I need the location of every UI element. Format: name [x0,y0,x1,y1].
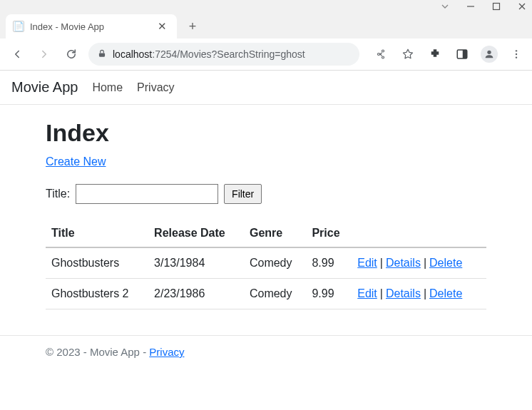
toolbar-right-icons [372,46,525,63]
movies-table: Title Release Date Genre Price Ghostbust… [46,220,486,309]
separator: | [377,257,386,269]
cell-price: 8.99 [306,247,352,279]
tab-title: Index - Movie App [30,21,149,32]
address-bar[interactable]: localhost:7254/Movies?SearchString=ghost [88,43,359,66]
cell-actions: Edit|Details|Delete [352,247,486,279]
window-controls [0,0,532,13]
svg-point-10 [516,56,517,58]
table-header-row: Title Release Date Genre Price [46,220,486,247]
delete-link[interactable]: Delete [429,257,462,269]
forward-button[interactable] [34,44,54,64]
menu-icon[interactable] [508,46,525,63]
svg-rect-6 [463,50,467,58]
side-panel-icon[interactable] [454,46,471,63]
cell-title: Ghostbusters [46,247,148,279]
back-button[interactable] [7,44,27,64]
star-icon[interactable] [399,46,416,63]
minimize-icon[interactable] [466,2,475,11]
cell-genre: Comedy [244,247,306,279]
app-navbar: Movie App Home Privacy [0,71,532,105]
cell-genre: Comedy [244,279,306,309]
nav-link-home[interactable]: Home [92,81,123,94]
close-icon[interactable] [518,2,526,11]
svg-point-9 [516,53,517,55]
separator: | [421,287,429,299]
url-text: localhost:7254/Movies?SearchString=ghost [113,48,305,60]
new-tab-button[interactable]: + [183,16,203,36]
create-new-link[interactable]: Create New [46,155,106,168]
separator: | [421,257,429,269]
browser-tab[interactable]: 📄 Index - Movie App ✕ [6,14,177,39]
col-actions [352,220,486,247]
svg-rect-4 [99,53,105,56]
cell-actions: Edit|Details|Delete [352,279,486,309]
title-search-input[interactable] [76,184,218,204]
details-link[interactable]: Details [386,287,421,299]
page-title: Index [46,119,486,147]
footer-privacy-link[interactable]: Privacy [149,346,184,358]
profile-avatar[interactable] [481,46,498,63]
details-link[interactable]: Details [386,257,421,269]
cell-release_date: 2/23/1986 [148,279,244,309]
reload-button[interactable] [61,44,81,64]
edit-link[interactable]: Edit [357,257,377,269]
col-price: Price [306,220,352,247]
svg-point-7 [487,51,491,54]
page-content: Movie App Home Privacy Index Create New … [0,71,532,368]
maximize-icon[interactable] [492,2,501,11]
col-title: Title [46,220,148,247]
share-icon[interactable] [372,46,389,63]
cell-release_date: 3/13/1984 [148,247,244,279]
search-label: Title: [46,188,70,200]
file-icon: 📄 [13,21,24,32]
footer: © 2023 - Movie App - Privacy [0,335,532,368]
tab-close-icon[interactable]: ✕ [155,20,170,33]
col-genre: Genre [244,220,306,247]
browser-toolbar: localhost:7254/Movies?SearchString=ghost [0,39,532,70]
table-row: Ghostbusters3/13/1984Comedy8.99Edit|Deta… [46,247,486,279]
url-host: localhost [113,48,152,60]
url-path: :7254/Movies?SearchString=ghost [152,48,305,60]
chevron-down-icon[interactable] [441,2,449,11]
extensions-icon[interactable] [426,46,444,63]
svg-point-8 [516,50,517,51]
search-form: Title: Filter [46,184,486,204]
footer-text: © 2023 - Movie App - [46,346,149,358]
edit-link[interactable]: Edit [357,287,377,299]
main-container: Index Create New Title: Filter Title Rel… [0,105,532,318]
filter-button[interactable]: Filter [224,184,262,204]
cell-title: Ghostbusters 2 [46,279,148,309]
cell-price: 9.99 [306,279,352,309]
separator: | [377,287,386,299]
brand[interactable]: Movie App [11,79,78,96]
tab-strip: 📄 Index - Movie App ✕ + [0,13,532,39]
col-release-date: Release Date [148,220,244,247]
svg-rect-1 [493,4,500,10]
browser-chrome: 📄 Index - Movie App ✕ + localhost:7254/M… [0,0,532,71]
nav-link-privacy[interactable]: Privacy [137,81,174,94]
table-row: Ghostbusters 22/23/1986Comedy9.99Edit|De… [46,279,486,309]
delete-link[interactable]: Delete [429,287,462,299]
lock-icon [97,48,107,61]
